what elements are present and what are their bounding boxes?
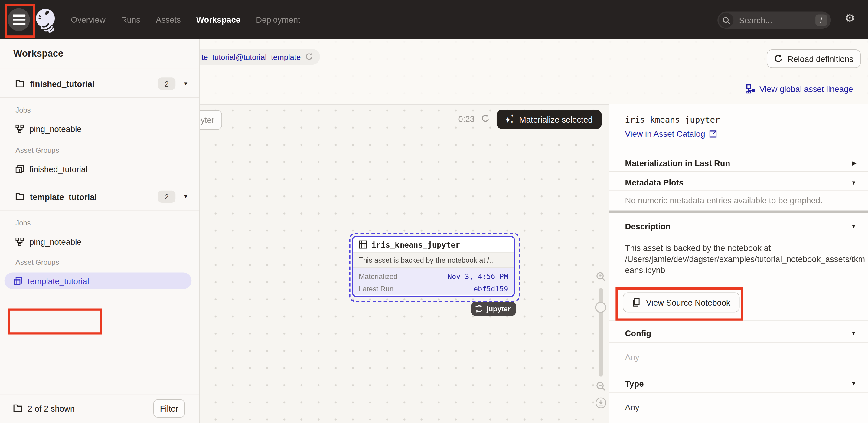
- reload-definitions-button[interactable]: Reload definitions: [767, 49, 861, 68]
- nav-overview[interactable]: Overview: [71, 15, 105, 24]
- divider: [609, 392, 868, 393]
- asset-group-name: template_tutorial: [28, 276, 89, 285]
- asset-group-name: finished_tutorial: [29, 164, 87, 174]
- latest-run-label: Latest Run: [359, 284, 394, 293]
- folder-icon: [16, 193, 24, 201]
- section-label: Materialization in Last Run: [625, 158, 730, 168]
- asset-node-selection-outline[interactable]: iris_kmeans_jupyter This asset is backed…: [349, 233, 520, 302]
- section-type[interactable]: Type ▼: [609, 375, 868, 392]
- caret-down-icon[interactable]: ▼: [183, 81, 188, 86]
- materialize-selected-button[interactable]: ✦✦● Materialize selected: [497, 110, 601, 129]
- caret-right-icon: ▶: [852, 160, 856, 166]
- panel-asset-title: iris_kmeans_jupyter: [625, 115, 720, 125]
- reload-icon: [774, 54, 783, 63]
- lineage-link-label: View global asset lineage: [760, 84, 853, 93]
- jupyter-compute-kind-tag[interactable]: jupyter: [471, 302, 516, 316]
- nav-deployment[interactable]: Deployment: [256, 15, 300, 24]
- asset-node[interactable]: iris_kmeans_jupyter This asset is backed…: [352, 236, 515, 297]
- caret-down-icon: ▼: [851, 223, 856, 229]
- section-label: Metadata Plots: [625, 178, 683, 187]
- sidebar-item-asset-group-template-tutorial[interactable]: template_tutorial: [4, 273, 192, 289]
- graph-refresh-icon[interactable]: [481, 114, 490, 123]
- download-image-icon[interactable]: [595, 397, 607, 409]
- asset-details-panel: iris_kmeans_jupyter View in Asset Catalo…: [609, 104, 868, 423]
- zoom-slider-track[interactable]: [599, 288, 603, 377]
- code-location-tag[interactable]: te_tutorial@tutorial_template: [188, 49, 320, 65]
- jupyter-icon: [475, 305, 483, 313]
- nav-runs[interactable]: Runs: [121, 15, 140, 24]
- asset-groups-section-label: Asset Groups: [16, 146, 59, 154]
- zoom-in-icon[interactable]: [595, 271, 606, 282]
- refresh-countdown: 0:23: [459, 114, 474, 123]
- catalog-link-label: View in Asset Catalog: [625, 129, 705, 138]
- job-name: ping_noteable: [29, 237, 82, 246]
- dagster-logo[interactable]: [34, 7, 58, 33]
- zoom-out-icon[interactable]: [595, 381, 606, 392]
- caret-down-icon: ▼: [851, 179, 856, 185]
- divider: [0, 97, 199, 98]
- folder-icon: [16, 80, 24, 88]
- section-label: Config: [625, 328, 651, 337]
- job-icon: [16, 237, 24, 245]
- search-input[interactable]: Search... /: [717, 11, 831, 29]
- nav-workspace[interactable]: Workspace: [196, 15, 241, 24]
- section-config[interactable]: Config ▼: [609, 325, 868, 341]
- hamburger-icon: [12, 14, 25, 16]
- job-icon: [16, 124, 24, 132]
- sidebar-group-finished-tutorial[interactable]: finished_tutorial 2 ▼: [0, 74, 199, 93]
- count-badge: 2: [158, 191, 176, 203]
- sidebar-title: Workspace: [13, 48, 63, 59]
- view-source-notebook-label: View Source Notebook: [646, 298, 731, 307]
- sidebar-group-template-tutorial[interactable]: template_tutorial 2 ▼: [0, 187, 199, 206]
- divider: [609, 152, 868, 152]
- view-global-asset-lineage-link[interactable]: View global asset lineage: [746, 84, 853, 93]
- divider: [609, 171, 868, 172]
- group-name: template_tutorial: [30, 192, 97, 201]
- divider: [609, 235, 868, 235]
- job-name: ping_noteable: [29, 124, 82, 133]
- divider: [609, 371, 868, 372]
- divider: [609, 320, 868, 321]
- workspace-sidebar: Workspace finished_tutorial 2 ▼ Jobs pin…: [0, 39, 200, 423]
- caret-down-icon[interactable]: ▼: [183, 194, 188, 199]
- view-source-notebook-button[interactable]: View Source Notebook: [623, 292, 740, 312]
- asset-group-icon: [16, 165, 24, 173]
- table-icon: [359, 240, 367, 248]
- divider: [0, 394, 199, 394]
- count-badge: 2: [158, 78, 176, 90]
- settings-gear-icon[interactable]: ⚙: [845, 12, 855, 24]
- code-location-label: te_tutorial@tutorial_template: [202, 52, 301, 61]
- divider: [0, 211, 199, 211]
- copy-icon: [632, 298, 641, 307]
- jobs-section-label: Jobs: [16, 106, 31, 114]
- jobs-section-label: Jobs: [16, 219, 31, 227]
- primary-nav: Overview Runs Assets Workspace Deploymen…: [71, 0, 300, 39]
- panel-resize-handle[interactable]: [609, 211, 868, 213]
- divider: [609, 190, 868, 191]
- caret-down-icon: ▼: [851, 380, 856, 386]
- divider: [0, 69, 199, 69]
- section-metadata-plots[interactable]: Metadata Plots ▼: [609, 174, 868, 191]
- external-link-icon: [709, 130, 717, 138]
- sidebar-item-job-ping-noteable[interactable]: ping_noteable: [0, 120, 199, 137]
- section-description[interactable]: Description ▼: [609, 217, 868, 234]
- folder-icon: [13, 404, 22, 412]
- view-in-asset-catalog-link[interactable]: View in Asset Catalog: [625, 129, 716, 138]
- hamburger-menu-button[interactable]: [8, 8, 30, 31]
- nav-assets[interactable]: Assets: [156, 15, 181, 24]
- sidebar-item-asset-group-finished-tutorial[interactable]: finished_tutorial: [0, 161, 199, 177]
- jupyter-tag-label: jupyter: [487, 305, 510, 313]
- filter-button[interactable]: Filter: [153, 399, 185, 418]
- materialize-selected-label: Materialize selected: [519, 115, 593, 124]
- caret-down-icon: ▼: [851, 330, 856, 336]
- divider: [0, 183, 199, 183]
- section-label: Description: [625, 221, 671, 231]
- sidebar-item-job-ping-noteable[interactable]: ping_noteable: [0, 233, 199, 250]
- refresh-icon[interactable]: [305, 53, 313, 61]
- materialized-value: Nov 3, 4:56 PM: [447, 272, 508, 280]
- zoom-slider-thumb[interactable]: [595, 302, 607, 313]
- sparkle-icon: ✦✦●: [505, 115, 514, 124]
- latest-run-link[interactable]: ebf5d159: [474, 284, 508, 293]
- asset-node-description: This asset is backed by the notebook at …: [359, 256, 495, 264]
- section-materialization-in-last-run[interactable]: Materialization in Last Run ▶: [609, 155, 868, 171]
